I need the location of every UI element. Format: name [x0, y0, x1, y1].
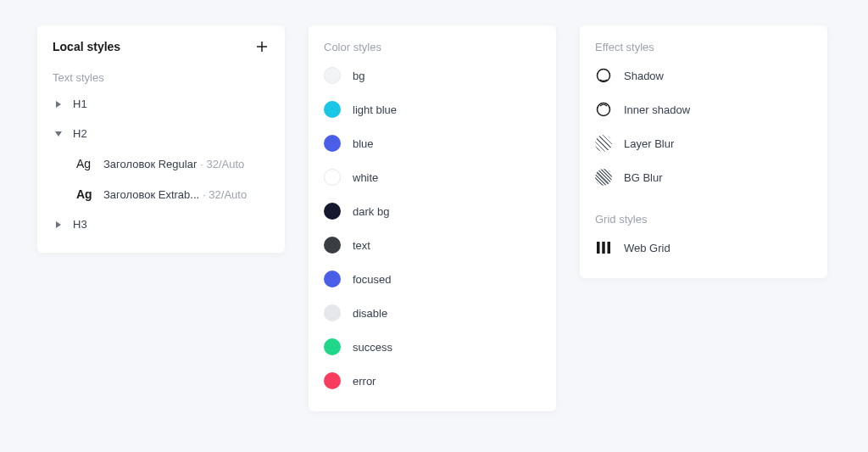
- color-swatch-icon: [324, 135, 341, 152]
- effect-style-label: Shadow: [624, 70, 664, 82]
- effect-styles-title: Effect styles: [580, 25, 827, 59]
- color-style-label: white: [353, 171, 378, 184]
- color-style-lightblue[interactable]: light blue: [309, 92, 556, 126]
- color-swatch-icon: [324, 169, 341, 186]
- color-swatch-icon: [324, 203, 341, 220]
- text-style-label: Заголовок Regular: [103, 158, 197, 170]
- svg-point-5: [598, 70, 610, 82]
- color-style-label: light blue: [353, 103, 397, 116]
- color-style-white[interactable]: white: [309, 160, 556, 194]
- text-style-h3[interactable]: H3: [37, 209, 285, 239]
- text-style-h2-regular[interactable]: Ag Заголовок Regular · 32/Auto: [37, 148, 285, 179]
- local-styles-panel: Local styles Text styles H1 H2 Ag Заголо…: [37, 25, 285, 253]
- color-style-label: success: [353, 341, 392, 354]
- tree-item-label: H1: [73, 98, 87, 110]
- plus-icon[interactable]: [254, 39, 270, 54]
- caret-right-icon: [53, 98, 64, 110]
- color-style-label: dark bg: [353, 205, 389, 218]
- grid-styles-title: Grid styles: [580, 194, 827, 231]
- layer-blur-icon: [595, 135, 612, 152]
- local-styles-header: Local styles: [37, 25, 285, 63]
- effect-style-inner-shadow[interactable]: Inner shadow: [580, 92, 827, 126]
- color-swatch-icon: [324, 271, 341, 287]
- color-style-darkbg[interactable]: dark bg: [309, 194, 556, 228]
- caret-down-icon: [53, 128, 64, 140]
- effect-style-label: BG Blur: [624, 171, 663, 184]
- text-style-h2-extrabold[interactable]: Ag Заголовок Extrab... · 32/Auto: [37, 179, 285, 209]
- svg-marker-3: [55, 131, 62, 137]
- color-style-label: error: [353, 375, 376, 388]
- svg-rect-9: [608, 242, 611, 254]
- color-swatch-icon: [324, 338, 341, 355]
- color-style-label: text: [353, 239, 370, 252]
- color-swatch-icon: [324, 237, 341, 254]
- color-swatch-icon: [324, 304, 341, 321]
- color-style-blue[interactable]: blue: [309, 126, 556, 160]
- typography-icon: Ag: [76, 157, 95, 170]
- color-swatch-icon: [324, 67, 341, 84]
- color-style-label: bg: [353, 70, 364, 82]
- color-style-success[interactable]: success: [309, 330, 556, 364]
- typography-icon: Ag: [76, 187, 95, 201]
- effect-grid-styles-panel: Effect styles Shadow Inner shadow Layer …: [580, 25, 827, 278]
- caret-right-icon: [53, 219, 64, 231]
- inner-shadow-icon: [595, 101, 612, 118]
- effect-style-bg-blur[interactable]: BG Blur: [580, 160, 827, 194]
- text-styles-title: Text styles: [37, 63, 285, 89]
- text-style-h1[interactable]: H1: [37, 89, 285, 119]
- effect-style-label: Layer Blur: [624, 137, 674, 150]
- color-style-label: disable: [353, 307, 387, 320]
- shadow-icon: [595, 67, 612, 84]
- color-styles-title: Color styles: [309, 25, 556, 59]
- svg-marker-2: [56, 101, 61, 108]
- effect-style-shadow[interactable]: Shadow: [580, 59, 827, 92]
- grid-columns-icon: [595, 239, 612, 256]
- effect-style-label: Inner shadow: [624, 103, 690, 116]
- tree-item-label: H3: [73, 218, 87, 231]
- tree-item-label: H2: [73, 127, 87, 140]
- local-styles-title: Local styles: [53, 40, 120, 53]
- color-style-bg[interactable]: bg: [309, 59, 556, 92]
- color-swatch-icon: [324, 101, 341, 118]
- effect-style-layer-blur[interactable]: Layer Blur: [580, 126, 827, 160]
- bg-blur-icon: [595, 169, 612, 186]
- color-styles-panel: Color styles bg light blue blue white da…: [309, 25, 556, 411]
- text-style-h2[interactable]: H2: [37, 119, 285, 148]
- color-style-text[interactable]: text: [309, 228, 556, 262]
- svg-rect-8: [602, 242, 605, 254]
- svg-rect-7: [597, 242, 600, 254]
- grid-style-web-grid[interactable]: Web Grid: [580, 231, 827, 265]
- text-style-meta: · 32/Auto: [203, 188, 247, 201]
- grid-style-label: Web Grid: [624, 242, 670, 254]
- color-style-label: blue: [353, 137, 374, 150]
- text-style-label: Заголовок Extrab...: [103, 188, 199, 201]
- color-style-label: focused: [353, 273, 392, 286]
- color-swatch-icon: [324, 372, 341, 389]
- color-style-focused[interactable]: focused: [309, 262, 556, 296]
- svg-marker-4: [56, 221, 61, 228]
- text-style-meta: · 32/Auto: [200, 158, 244, 170]
- color-style-disable[interactable]: disable: [309, 296, 556, 330]
- color-style-error[interactable]: error: [309, 364, 556, 398]
